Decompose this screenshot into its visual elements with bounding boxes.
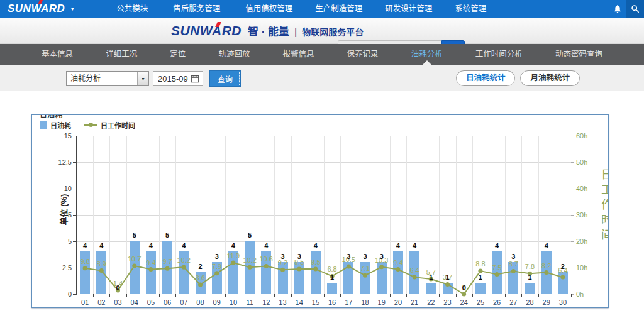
bar-value-label: 4 bbox=[174, 242, 193, 250]
right-axis-title: 日工作时间 bbox=[597, 168, 609, 244]
bottom-tick bbox=[538, 294, 539, 297]
top-menu: 公共模块售后服务管理信用债权管理生产制造管理研发设计管理系统管理 bbox=[105, 0, 497, 18]
line-point bbox=[445, 282, 450, 287]
nav-item-0[interactable]: 公共模块 bbox=[105, 0, 159, 18]
bar-value-label: 3 bbox=[372, 253, 391, 260]
bar-value-label: 4 bbox=[142, 242, 160, 250]
logo-sunward: SUNWARD bbox=[171, 23, 242, 38]
bottom-tick bbox=[390, 294, 391, 297]
line-point bbox=[511, 269, 516, 273]
month-picker[interactable]: 2015-09 bbox=[153, 71, 203, 86]
nav-item-2[interactable]: 信用债权管理 bbox=[234, 0, 304, 18]
line-point bbox=[396, 267, 400, 272]
nav-item-3[interactable]: 生产制造管理 bbox=[304, 0, 374, 18]
line-point bbox=[83, 266, 87, 270]
bottom-tick bbox=[357, 294, 357, 297]
nav-item-1[interactable]: 售后服务管理 bbox=[159, 0, 234, 18]
calendar-icon[interactable] bbox=[191, 74, 199, 83]
line-point bbox=[248, 265, 252, 270]
x-axis-label: 23 bbox=[439, 299, 455, 306]
bottom-tick bbox=[505, 294, 506, 297]
bottom-tick bbox=[472, 294, 473, 297]
bottom-tick bbox=[242, 294, 242, 297]
x-axis-label: 14 bbox=[291, 299, 308, 306]
tab-4[interactable]: 报警信息 bbox=[282, 44, 314, 65]
bottom-tick bbox=[209, 294, 209, 297]
left-tick-label: 5 bbox=[47, 238, 72, 245]
chart-title-clipped: 日油耗 bbox=[40, 114, 62, 119]
bar-value-label: 1 bbox=[521, 273, 540, 281]
daily-fuel-stats-button[interactable]: 日油耗统计 bbox=[456, 70, 516, 86]
device-tab-bar: 基本信息详细工况定位轨迹回放报警信息保养记录油耗分析工作时间分析动态密码查询 bbox=[0, 44, 644, 65]
x-axis-label: 06 bbox=[159, 299, 175, 306]
bottom-tick bbox=[291, 294, 292, 297]
line-point bbox=[264, 264, 269, 268]
x-axis-label: 22 bbox=[423, 299, 439, 306]
tab-7[interactable]: 工作时间分析 bbox=[475, 44, 523, 65]
line-point bbox=[347, 264, 351, 268]
chevron-down-icon[interactable]: ▼ bbox=[137, 72, 148, 85]
notification-bell-icon[interactable] bbox=[609, 0, 626, 18]
brand-logo[interactable]: SUNWARD ▼ bbox=[8, 3, 75, 15]
bar-value-label: 4 bbox=[224, 242, 243, 250]
tab-5[interactable]: 保养记录 bbox=[347, 44, 379, 65]
line-value-label: 6.8 bbox=[321, 265, 343, 273]
bottom-tick bbox=[308, 294, 308, 297]
bottom-tick bbox=[143, 294, 143, 297]
nav-item-4[interactable]: 研发设计管理 bbox=[374, 0, 443, 18]
legend-label: 日油耗 bbox=[50, 120, 71, 130]
tab-2[interactable]: 定位 bbox=[170, 44, 186, 65]
global-search-icon[interactable] bbox=[626, 0, 644, 18]
x-axis-label: 15 bbox=[308, 299, 324, 306]
tab-6[interactable]: 油耗分析 bbox=[411, 44, 443, 65]
nav-item-5[interactable]: 系统管理 bbox=[443, 0, 497, 18]
bottom-tick bbox=[274, 294, 275, 297]
line-point bbox=[182, 265, 186, 270]
chart-plot-area: 单位 (%) 日工作时间 1560h12.550h1040h7.530h520h… bbox=[76, 136, 570, 294]
legend-item-0[interactable]: 日油耗 bbox=[40, 120, 71, 130]
bar-value-label: 4 bbox=[306, 242, 325, 250]
bottom-tick bbox=[175, 294, 176, 297]
left-axis-title: 单位 (%) bbox=[57, 188, 69, 232]
x-axis-label: 05 bbox=[143, 299, 159, 306]
right-tick-label: 40h bbox=[576, 185, 587, 192]
line-value-label: 7.1 bbox=[354, 265, 377, 272]
bar-value-label: 4 bbox=[92, 242, 111, 250]
bar-value-label: 3 bbox=[290, 253, 309, 260]
x-axis-label: 09 bbox=[209, 299, 225, 306]
line-point bbox=[214, 271, 219, 275]
tab-8[interactable]: 动态密码查询 bbox=[555, 44, 602, 65]
x-axis-label: 20 bbox=[390, 299, 406, 306]
x-axis-label: 02 bbox=[93, 299, 109, 306]
x-axis-label: 07 bbox=[175, 299, 192, 306]
bar-value-label: 2 bbox=[553, 263, 572, 270]
bottom-tick bbox=[406, 294, 407, 297]
x-axis-label: 18 bbox=[357, 299, 373, 306]
x-axis-label: 12 bbox=[258, 299, 274, 306]
platform-name: 物联网服务平台 bbox=[302, 25, 364, 38]
x-axis-label: 17 bbox=[340, 299, 357, 306]
x-axis-label: 03 bbox=[109, 299, 126, 306]
right-tick bbox=[571, 136, 574, 136]
line-point bbox=[313, 267, 318, 272]
sub-header: SUNWARD 智 · 能量 | 物联网服务平台 bbox=[0, 18, 644, 44]
tab-0[interactable]: 基本信息 bbox=[42, 44, 73, 65]
bar-value-label: 1 bbox=[438, 273, 457, 281]
fuel-chart-panel: 日油耗 日油耗日工作时间 单位 (%) 日工作时间 1560h12.550h10… bbox=[31, 114, 609, 308]
bottom-tick bbox=[374, 294, 374, 297]
line-point bbox=[148, 267, 153, 272]
right-tick-label: 60h bbox=[576, 132, 587, 140]
tab-3[interactable]: 轨迹回放 bbox=[218, 44, 250, 65]
monthly-fuel-stats-button[interactable]: 月油耗统计 bbox=[520, 70, 580, 86]
query-button[interactable]: 查询 bbox=[209, 70, 241, 87]
legend-item-1[interactable]: 日工作时间 bbox=[84, 120, 135, 130]
bottom-tick bbox=[258, 294, 258, 297]
line-point bbox=[165, 266, 170, 271]
right-tick bbox=[571, 162, 574, 163]
bar-value-label: 4 bbox=[405, 242, 424, 250]
left-tick-label: 0 bbox=[47, 290, 72, 298]
analysis-type-select[interactable]: 油耗分析 ▼ bbox=[66, 71, 149, 86]
x-axis-label: 27 bbox=[505, 299, 521, 306]
bar-value-label: 0 bbox=[109, 284, 128, 292]
tab-1[interactable]: 详细工况 bbox=[106, 44, 137, 65]
